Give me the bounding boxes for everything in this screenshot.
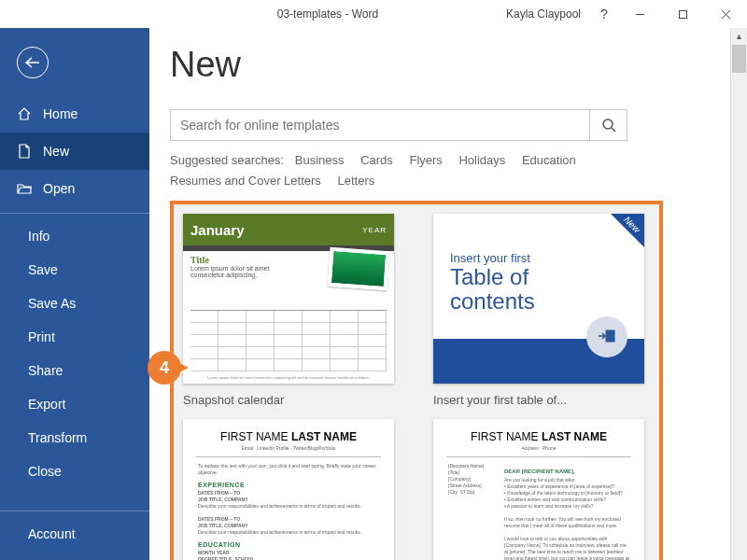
nav-close[interactable]: Close: [0, 455, 149, 488]
page-title: New: [170, 45, 738, 85]
help-button[interactable]: ?: [590, 0, 618, 28]
template-thumbnail: FIRST NAME LAST NAME Email · LinkedIn Pr…: [183, 419, 394, 560]
suggest-link[interactable]: Flyers: [409, 153, 442, 167]
template-search[interactable]: [170, 109, 627, 141]
svg-point-4: [603, 119, 613, 129]
template-snapshot-calendar[interactable]: JanuaryYEAR Title Lorem ipsum dolor sit …: [183, 214, 394, 410]
scroll-up-icon[interactable]: ▲: [731, 28, 747, 45]
nav-print[interactable]: Print: [0, 320, 149, 354]
template-thumbnail: New Insert your first Table of contents: [433, 214, 644, 384]
maximize-button[interactable]: [661, 0, 704, 28]
window-title: 03-templates - Word: [149, 7, 506, 21]
nav-open[interactable]: Open: [0, 170, 149, 207]
template-caption: Insert your first table of...: [433, 393, 644, 410]
title-bar: 03-templates - Word Kayla Claypool ?: [0, 0, 747, 28]
nav-label: New: [43, 144, 69, 159]
backstage-sidebar: Home New Open Info Save Save As Print Sh…: [0, 28, 149, 560]
template-gallery-highlight: JanuaryYEAR Title Lorem ipsum dolor sit …: [170, 201, 663, 560]
nav-label: Open: [43, 181, 75, 196]
scrollbar-thumb[interactable]: [732, 45, 746, 73]
close-button[interactable]: [704, 0, 747, 28]
nav-account[interactable]: Account: [0, 517, 149, 551]
suggest-label: Suggested searches:: [170, 153, 284, 167]
new-icon: [17, 144, 32, 159]
suggest-link[interactable]: Cards: [360, 153, 393, 167]
template-thumbnail: FIRST NAME LAST NAME Address · Phone [Re…: [433, 419, 644, 560]
nav-export[interactable]: Export: [0, 387, 149, 421]
nav-transform[interactable]: Transform: [0, 421, 149, 455]
suggest-link[interactable]: Education: [522, 153, 576, 167]
template-thumbnail: JanuaryYEAR Title Lorem ipsum dolor sit …: [183, 214, 394, 384]
separator: [0, 511, 149, 511]
tutorial-callout: 4: [148, 351, 190, 385]
nav-share[interactable]: Share: [0, 354, 149, 387]
nav-info[interactable]: Info: [0, 219, 149, 253]
document-arrow-icon: [586, 316, 627, 357]
search-input[interactable]: [171, 110, 589, 140]
back-button[interactable]: [17, 47, 49, 78]
nav-new[interactable]: New: [0, 133, 149, 170]
svg-rect-8: [607, 334, 613, 335]
suggest-link[interactable]: Business: [295, 153, 345, 167]
suggest-link[interactable]: Resumes and Cover Letters: [170, 174, 321, 188]
template-resume-1[interactable]: FIRST NAME LAST NAME Email · LinkedIn Pr…: [183, 419, 394, 560]
nav-label: Home: [43, 106, 78, 121]
template-resume-2[interactable]: FIRST NAME LAST NAME Address · Phone [Re…: [433, 419, 644, 560]
home-icon: [17, 106, 32, 121]
template-caption: Snapshot calendar: [183, 393, 394, 410]
suggested-searches: Suggested searches: Business Cards Flyer…: [170, 150, 627, 191]
minimize-button[interactable]: [618, 0, 661, 28]
svg-line-5: [612, 128, 615, 132]
content-area: New Suggested searches: Business Cards F…: [149, 28, 747, 560]
window-scrollbar[interactable]: ▲: [730, 28, 747, 560]
photo-placeholder: [328, 247, 390, 290]
search-icon: [601, 118, 616, 133]
open-icon: [17, 181, 32, 196]
template-table-of-contents[interactable]: New Insert your first Table of contents: [433, 214, 644, 410]
nav-save[interactable]: Save: [0, 253, 149, 287]
suggest-link[interactable]: Holidays: [458, 153, 505, 167]
svg-rect-1: [679, 10, 686, 18]
user-name[interactable]: Kayla Claypool: [506, 7, 581, 21]
search-button[interactable]: [589, 110, 627, 140]
callout-number: 4: [148, 351, 181, 385]
nav-home[interactable]: Home: [0, 95, 149, 133]
svg-rect-7: [607, 332, 613, 333]
svg-rect-9: [607, 336, 613, 337]
suggest-link[interactable]: Letters: [337, 174, 374, 188]
nav-save-as[interactable]: Save As: [0, 287, 149, 320]
separator: [0, 213, 149, 214]
